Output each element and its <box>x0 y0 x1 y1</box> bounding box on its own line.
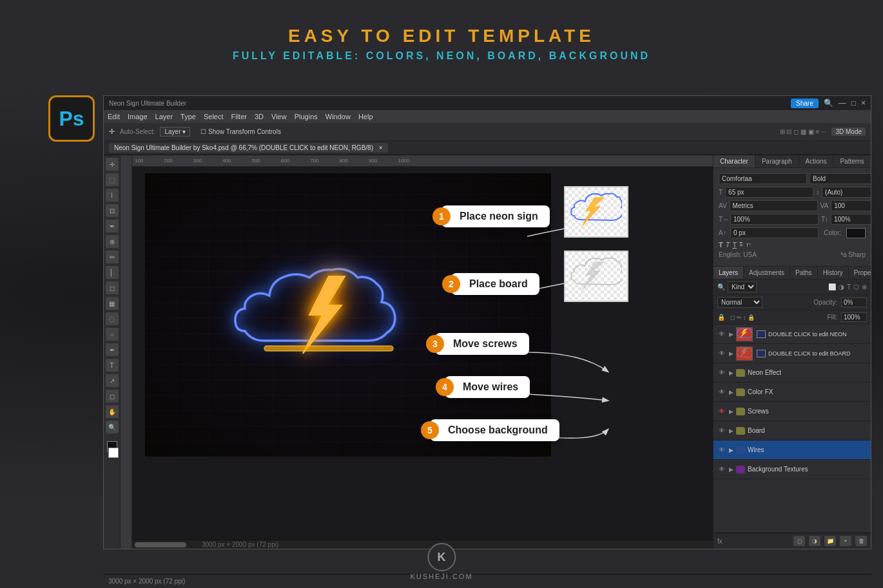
add-group-btn[interactable]: 📁 <box>824 536 836 546</box>
menu-view[interactable]: View <box>271 113 287 120</box>
layer-eye-board-smart[interactable]: 👁 <box>717 349 726 358</box>
kerning-input[interactable] <box>730 200 818 211</box>
tab-properties[interactable]: Properties <box>849 267 871 279</box>
canvas-area[interactable]: 100 200 300 400 500 600 700 800 900 1000 <box>121 155 713 549</box>
transform-checkbox[interactable]: ☐ Show Transform Controls <box>200 128 281 135</box>
menu-image[interactable]: Image <box>128 113 148 120</box>
document-tab-close[interactable]: × <box>379 144 383 151</box>
layer-wires[interactable]: 👁 ▶ Wires <box>713 441 871 460</box>
tab-actions[interactable]: Actions <box>799 155 834 167</box>
color-swatch[interactable] <box>846 228 866 238</box>
layer-board-smart[interactable]: 👁 ▶ DOUBLE CLICK to edit BOARD <box>713 344 871 363</box>
add-mask-btn[interactable]: ◻ <box>793 536 805 546</box>
baseline-label: A↑ <box>719 229 728 236</box>
3d-mode-btn[interactable]: 3D Mode <box>831 128 866 136</box>
style-bold[interactable]: T <box>719 241 723 249</box>
font-weight-input[interactable] <box>810 173 871 184</box>
healing-tool[interactable]: ⊕ <box>106 235 119 248</box>
opacity-input[interactable] <box>841 298 867 307</box>
layer-eye-wires[interactable]: 👁 <box>717 446 726 455</box>
font-size-input[interactable] <box>725 187 813 198</box>
pixel-icon[interactable]: ⬜ <box>828 283 836 290</box>
tab-paragraph[interactable]: Paragraph <box>755 155 799 167</box>
menu-type[interactable]: Type <box>180 113 196 120</box>
layer-eye-bg-textures[interactable]: 👁 <box>717 465 726 474</box>
window-maximize-btn[interactable]: □ <box>851 99 856 108</box>
shape-tool[interactable]: ◻ <box>106 390 119 403</box>
scrollbar-thumb-h[interactable] <box>135 542 186 547</box>
pen-tool[interactable]: ✒ <box>106 343 119 356</box>
smart-filter-icon[interactable]: ⊕ <box>862 283 867 290</box>
tab-paths[interactable]: Paths <box>790 267 818 279</box>
menu-layer[interactable]: Layer <box>155 113 173 120</box>
menu-filter[interactable]: Filter <box>231 113 247 120</box>
layer-eye-board[interactable]: 👁 <box>717 426 726 435</box>
tab-history[interactable]: History <box>818 267 849 279</box>
fill-input[interactable] <box>841 312 867 322</box>
delete-layer-btn[interactable]: 🗑 <box>855 536 867 546</box>
share-button[interactable]: Share <box>791 99 819 108</box>
style-superscript[interactable]: Tˢ <box>746 242 751 248</box>
shape-icon[interactable]: ⬡ <box>853 283 859 290</box>
selection-tool[interactable]: ⬚ <box>106 173 119 186</box>
layer-neon[interactable]: 👁 ▶ DOUBLE CLICK to edit NEON <box>713 325 871 344</box>
layer-eye-neon-effect[interactable]: 👁 <box>717 368 726 377</box>
layer-board[interactable]: 👁 ▶ Board <box>713 421 871 441</box>
lasso-tool[interactable]: ⌇ <box>106 189 119 202</box>
layer-eye-color-fx[interactable]: 👁 <box>717 388 726 397</box>
background-color[interactable] <box>108 448 119 458</box>
baseline-input[interactable] <box>730 227 819 238</box>
menu-window[interactable]: Window <box>325 113 351 120</box>
add-layer-btn[interactable]: + <box>840 536 851 546</box>
tab-patterns[interactable]: Patterns <box>833 155 871 167</box>
tracking-input[interactable] <box>831 200 871 211</box>
scale-v-input[interactable] <box>831 214 871 225</box>
style-underline[interactable]: T <box>732 241 737 249</box>
menu-select[interactable]: Select <box>204 113 224 120</box>
zoom-tool[interactable]: 🔍 <box>106 421 119 433</box>
layer-folder-wires <box>736 446 745 454</box>
eraser-tool[interactable]: ◻ <box>106 281 119 294</box>
dodge-tool[interactable]: ○ <box>106 328 119 341</box>
move-tool[interactable]: ✛ <box>106 158 119 171</box>
font-family-input[interactable] <box>719 173 807 184</box>
window-close-btn[interactable]: × <box>861 99 866 108</box>
scale-h-input[interactable] <box>730 214 819 225</box>
style-strikethrough[interactable]: T̶ <box>739 242 743 248</box>
eyedropper-tool[interactable]: ✒ <box>106 220 119 232</box>
leading-input[interactable] <box>822 187 871 198</box>
layer-eye-screws[interactable]: 👁 <box>717 407 726 416</box>
layer-bg-textures[interactable]: 👁 ▶ Background Textures <box>713 460 871 479</box>
adjustment-icon[interactable]: ◑ <box>839 283 844 290</box>
menu-3d[interactable]: 3D <box>255 113 264 120</box>
blend-mode-select[interactable]: Normal <box>717 297 762 308</box>
layer-color-fx[interactable]: 👁 ▶ Color FX <box>713 383 871 402</box>
menu-plugins[interactable]: Plugins <box>295 113 318 120</box>
window-minimize-btn[interactable]: — <box>839 99 846 108</box>
kind-select[interactable]: Kind <box>728 281 757 292</box>
style-italic[interactable]: T <box>726 241 730 249</box>
tab-adjustments[interactable]: Adjustments <box>744 267 790 279</box>
layer-eye-neon[interactable]: 👁 <box>717 330 726 339</box>
ruler-vertical <box>121 155 132 549</box>
add-adjustment-btn[interactable]: ◑ <box>809 536 820 546</box>
crop-tool[interactable]: ⊡ <box>106 204 119 217</box>
auto-select-dropdown[interactable]: Layer ▾ <box>160 127 190 137</box>
search-icon[interactable]: 🔍 <box>824 99 833 108</box>
document-tab[interactable]: Neon Sign Ultimate Builder by Sko4.psd @… <box>109 143 388 153</box>
brush-tool[interactable]: ✏ <box>106 251 119 263</box>
menu-help[interactable]: Help <box>358 113 373 120</box>
hand-tool[interactable]: ✋ <box>106 405 119 418</box>
menu-edit[interactable]: Edit <box>108 113 120 120</box>
path-tool[interactable]: ↗ <box>106 374 119 387</box>
type-icon[interactable]: T <box>847 283 851 290</box>
type-tool[interactable]: T <box>106 359 119 372</box>
stamp-tool[interactable]: ⎜ <box>106 266 119 279</box>
gradient-tool[interactable]: ▦ <box>106 297 119 310</box>
layer-neon-effect[interactable]: 👁 ▶ Neon Effect <box>713 363 871 383</box>
layer-screws[interactable]: 👁 ▶ Screws <box>713 402 871 421</box>
blur-tool[interactable]: ◌ <box>106 312 119 325</box>
move-tool-icon[interactable]: ✛ <box>109 128 115 136</box>
tab-layers[interactable]: Layers <box>713 267 744 279</box>
tab-character[interactable]: Character <box>713 155 755 167</box>
